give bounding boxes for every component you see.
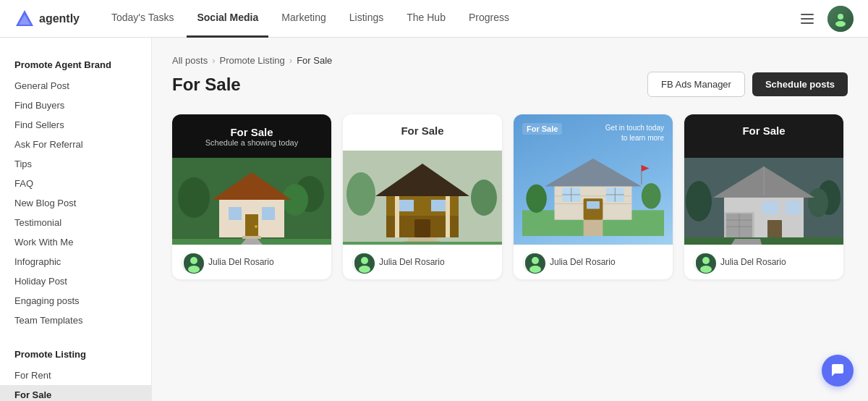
sidebar-item-work-with-me[interactable]: Work With Me bbox=[0, 232, 151, 252]
card-1-house-svg bbox=[172, 151, 331, 245]
hamburger-button[interactable] bbox=[796, 7, 819, 30]
card-4-agent-avatar bbox=[694, 252, 715, 272]
svg-point-26 bbox=[471, 180, 497, 216]
sidebar-item-testimonial[interactable]: Testimonial bbox=[0, 213, 151, 232]
svg-point-66 bbox=[808, 188, 828, 217]
nav-the-hub[interactable]: The Hub bbox=[396, 0, 456, 38]
agent-avatar-icon-1 bbox=[184, 253, 204, 274]
agent-avatar-icon-3 bbox=[525, 253, 545, 274]
nav-items: Today's Tasks Social Media Marketing Lis… bbox=[101, 0, 796, 38]
svg-rect-4 bbox=[801, 22, 814, 24]
sidebar-item-general-post[interactable]: General Post bbox=[0, 76, 151, 96]
card-1-house bbox=[172, 151, 331, 245]
sidebar-item-faq[interactable]: FAQ bbox=[0, 174, 151, 193]
card-4-agent-name: Julia Del Rosario bbox=[720, 257, 786, 267]
breadcrumb-promote-listing[interactable]: Promote Listing bbox=[219, 55, 284, 66]
sidebar-item-find-buyers[interactable]: Find Buyers bbox=[0, 96, 151, 115]
logo-text: agently bbox=[39, 12, 80, 25]
sidebar-divider bbox=[0, 330, 151, 342]
card-2-title: For Sale bbox=[401, 124, 443, 137]
main-content: All posts › Promote Listing › For Sale F… bbox=[152, 38, 868, 401]
card-2-agent-avatar bbox=[353, 252, 373, 272]
sidebar-item-for-rent[interactable]: For Rent bbox=[0, 366, 151, 385]
svg-point-56 bbox=[526, 185, 547, 213]
card-4-house-svg bbox=[684, 143, 843, 245]
svg-point-40 bbox=[359, 266, 370, 273]
card-3-for-sale-badge: For Sale bbox=[522, 123, 562, 135]
svg-marker-79 bbox=[731, 239, 762, 245]
nav-progress[interactable]: Progress bbox=[459, 0, 519, 38]
logo-icon bbox=[14, 9, 35, 29]
sidebar-item-tips[interactable]: Tips bbox=[0, 154, 151, 174]
breadcrumb-all-posts[interactable]: All posts bbox=[172, 55, 208, 66]
card-1-title: For Sale bbox=[230, 126, 273, 138]
sidebar-item-engaging-posts[interactable]: Engaging posts bbox=[0, 291, 151, 311]
card-1-subtitle: Schedule a showing today bbox=[205, 138, 298, 147]
sidebar-item-team-templates[interactable]: Team Templates bbox=[0, 311, 151, 330]
schedule-posts-button[interactable]: Schedule posts bbox=[752, 72, 848, 96]
layout: Promote Agent Brand General Post Find Bu… bbox=[0, 38, 868, 401]
svg-point-61 bbox=[532, 257, 539, 264]
card-3-house bbox=[522, 149, 664, 236]
post-card-2[interactable]: For Sale bbox=[343, 114, 502, 279]
nav-marketing[interactable]: Marketing bbox=[271, 0, 336, 38]
sidebar-item-new-blog-post[interactable]: New Blog Post bbox=[0, 193, 151, 213]
svg-rect-32 bbox=[399, 200, 414, 211]
card-3-footer: Julia Del Rosario bbox=[514, 245, 673, 279]
svg-rect-31 bbox=[446, 196, 450, 237]
sidebar-item-infographic[interactable]: Infographic bbox=[0, 252, 151, 271]
top-nav: agently Today's Tasks Social Media Marke… bbox=[0, 0, 868, 38]
card-1-footer: Julia Del Rosario bbox=[172, 245, 331, 279]
svg-point-25 bbox=[346, 172, 375, 216]
breadcrumb-sep-1: › bbox=[212, 55, 215, 66]
chat-bubble[interactable] bbox=[822, 355, 854, 387]
post-card-1[interactable]: For Sale Schedule a showing today bbox=[172, 114, 331, 279]
svg-rect-34 bbox=[414, 219, 430, 237]
post-card-3[interactable]: For Sale Get in touch today to learn mor… bbox=[514, 114, 673, 279]
fb-ads-manager-button[interactable]: FB Ads Manager bbox=[647, 72, 745, 97]
svg-rect-75 bbox=[786, 201, 801, 214]
header-actions: FB Ads Manager Schedule posts bbox=[647, 72, 848, 97]
post-card-4[interactable]: For Sale bbox=[684, 114, 843, 279]
svg-rect-13 bbox=[229, 207, 242, 220]
svg-point-16 bbox=[255, 225, 258, 228]
card-4-footer: Julia Del Rosario bbox=[684, 245, 843, 279]
svg-marker-59 bbox=[642, 165, 650, 172]
sidebar-item-find-sellers[interactable]: Find Sellers bbox=[0, 115, 151, 135]
avatar[interactable] bbox=[827, 6, 854, 32]
sidebar-item-holiday-post[interactable]: Holiday Post bbox=[0, 271, 151, 291]
svg-rect-17 bbox=[242, 236, 261, 239]
card-2-footer: Julia Del Rosario bbox=[343, 245, 502, 279]
nav-social-media[interactable]: Social Media bbox=[187, 0, 268, 38]
breadcrumb: All posts › Promote Listing › For Sale bbox=[172, 55, 848, 66]
svg-point-23 bbox=[188, 266, 200, 273]
svg-rect-37 bbox=[343, 242, 502, 245]
card-3-header: For Sale Get in touch today to learn mor… bbox=[522, 123, 664, 143]
nav-todays-tasks[interactable]: Today's Tasks bbox=[101, 0, 184, 38]
svg-point-5 bbox=[838, 14, 843, 20]
agent-avatar-icon-4 bbox=[696, 253, 716, 274]
cards-grid: For Sale Schedule a showing today bbox=[172, 114, 848, 279]
card-2-image: For Sale bbox=[343, 114, 502, 245]
card-1-agent-avatar bbox=[182, 252, 203, 272]
svg-point-39 bbox=[361, 257, 368, 264]
sidebar-item-ask-for-referral[interactable]: Ask For Referral bbox=[0, 135, 151, 154]
svg-rect-14 bbox=[262, 207, 275, 220]
logo[interactable]: agently bbox=[14, 9, 80, 29]
svg-point-62 bbox=[529, 266, 541, 273]
card-4-image: For Sale bbox=[684, 114, 843, 245]
sidebar-item-for-sale[interactable]: For Sale bbox=[0, 385, 151, 401]
card-4-title: For Sale bbox=[742, 124, 785, 137]
card-4-house bbox=[684, 143, 843, 245]
card-3-agent-avatar bbox=[524, 252, 544, 272]
card-1-image: For Sale Schedule a showing today bbox=[172, 114, 331, 245]
page-header: For Sale FB Ads Manager Schedule posts bbox=[172, 72, 848, 97]
card-3-subtitle: Get in touch today to learn more bbox=[603, 123, 664, 143]
svg-point-81 bbox=[702, 257, 710, 264]
svg-rect-74 bbox=[762, 201, 778, 214]
nav-listings[interactable]: Listings bbox=[339, 0, 393, 38]
svg-point-8 bbox=[178, 177, 210, 218]
svg-rect-76 bbox=[767, 220, 782, 239]
card-3-house-svg bbox=[522, 149, 664, 236]
page-title: For Sale bbox=[172, 75, 241, 95]
